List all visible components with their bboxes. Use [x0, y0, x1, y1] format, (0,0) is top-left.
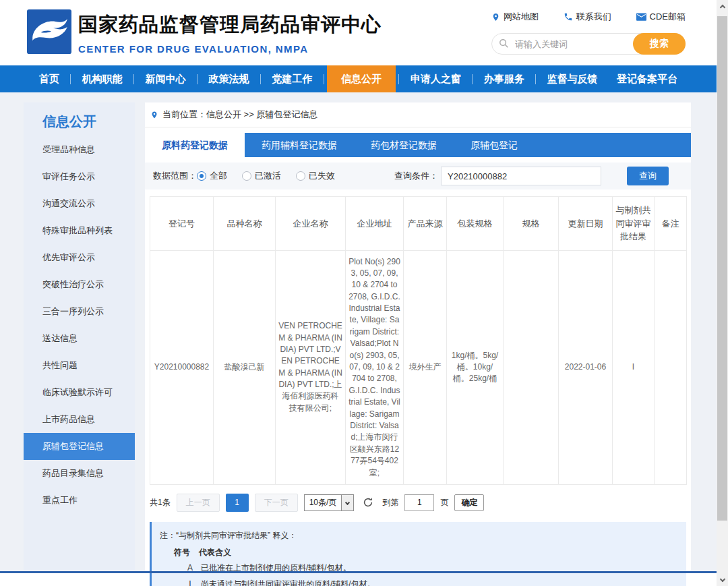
sidebar-item-communication[interactable]: 沟通交流公示	[24, 190, 135, 217]
note-title: 注：“与制剂共同审评审批结果” 释义：	[160, 529, 678, 542]
contact-link[interactable]: 联系我们	[564, 11, 611, 23]
col-variety-name: 品种名称	[214, 197, 276, 251]
phone-icon	[564, 12, 573, 22]
scroll-up-icon[interactable]	[717, 1, 728, 13]
sidebar-item-special-approval[interactable]: 特殊审批品种列表	[24, 217, 135, 244]
note-box: 注：“与制剂共同审评审批结果” 释义： 符号 代表含义 A 已批准在上市制剂使用…	[150, 522, 686, 586]
contact-link-label: 联系我们	[576, 11, 611, 23]
radio-expired[interactable]	[296, 171, 305, 181]
table-header-row: 登记号 品种名称 企业名称 企业地址 产品来源 包装规格 规格 更新日期 与制剂…	[150, 197, 687, 251]
cde-mail-link[interactable]: CDE邮箱	[636, 11, 686, 23]
radio-option-activated: 已激活	[242, 170, 281, 182]
vertical-scrollbar	[717, 0, 728, 586]
sidebar-item-clinical-trial-license[interactable]: 临床试验默示许可	[24, 379, 135, 406]
filter-bar: 数据范围： 全部 已激活 已失效 查询条件： 查询	[145, 163, 691, 189]
header-utilities: 网站地图 联系我们 CDE邮箱 搜索	[491, 11, 686, 55]
nav-separator	[133, 74, 134, 84]
sidebar-menu: 受理品种信息 审评任务公示 沟通交流公示 特殊审批品种列表 优先审评公示 突破性…	[24, 136, 135, 514]
nav-item-supervision[interactable]: 监督与反馈	[539, 65, 606, 92]
sitemap-link[interactable]: 网站地图	[491, 11, 539, 23]
chevron-down-icon	[341, 495, 353, 510]
nav-separator	[472, 74, 473, 84]
sidebar-item-common-issues[interactable]: 共性问题	[24, 352, 135, 379]
footer-divider	[0, 571, 717, 573]
nav-item-applicant[interactable]: 申请人之窗	[402, 65, 469, 92]
nav-item-info-disclosure[interactable]: 信息公开	[327, 65, 396, 92]
nav-item-news[interactable]: 新闻中心	[138, 65, 194, 92]
goto-unit: 页	[440, 497, 448, 508]
nav-item-functions[interactable]: 机构职能	[74, 65, 131, 92]
note-meaning-header: 代表含义	[199, 547, 231, 558]
sidebar-item-breakthrough-therapy[interactable]: 突破性治疗公示	[24, 271, 135, 298]
note-symbol: I	[179, 576, 201, 586]
query-input[interactable]	[441, 167, 601, 185]
nav-item-registration-platform[interactable]: 登记备案平台	[609, 65, 686, 92]
breadcrumb: 当前位置：信息公开 >> 原辅包登记信息	[145, 102, 691, 127]
query-button[interactable]: 查询	[627, 167, 669, 185]
data-tabs: 原料药登记数据 药用辅料登记数据 药包材登记数据 原辅包登记	[145, 133, 691, 157]
cell-variety-name: 盐酸溴己新	[214, 250, 276, 484]
cell-company-name: VEN PETROCHEM & PHARMA (INDIA) PVT LTD.;…	[276, 250, 346, 484]
nav-item-policy[interactable]: 政策法规	[200, 65, 257, 92]
col-remarks: 备注	[655, 197, 687, 251]
cell-joint-review-result: I	[613, 250, 655, 484]
cell-packaging-spec: 1kg/桶。5kg/桶。10kg/桶。25kg/桶	[447, 250, 504, 484]
sidebar-item-drug-catalog[interactable]: 药品目录集信息	[24, 460, 135, 487]
mail-icon	[636, 13, 646, 21]
query-label: 查询条件：	[394, 170, 438, 182]
col-company-name: 企业名称	[276, 197, 346, 251]
tab-packaging-registration[interactable]: 药包材登记数据	[354, 133, 454, 157]
nav-separator	[260, 74, 261, 84]
cell-update-date: 2022-01-06	[559, 250, 613, 484]
sidebar-item-accepted-varieties[interactable]: 受理品种信息	[24, 136, 135, 163]
tab-api-registration[interactable]: 原料药登记数据	[145, 133, 245, 157]
nav-item-services[interactable]: 办事服务	[476, 65, 533, 92]
cell-registration-no: Y20210000882	[150, 250, 214, 484]
site-header: 国家药品监督管理局药品审评中心 CENTER FOR DRUG EVALUATI…	[0, 0, 717, 65]
sidebar-item-marketed-drugs[interactable]: 上市药品信息	[24, 406, 135, 433]
sidebar-item-delivery-info[interactable]: 送达信息	[24, 325, 135, 352]
col-joint-review-result: 与制剂共同审评审批结果	[613, 197, 655, 251]
confirm-button[interactable]: 确定	[454, 494, 484, 511]
site-title-block: 国家药品监督管理局药品审评中心 CENTER FOR DRUG EVALUATI…	[78, 11, 382, 55]
radio-all-label: 全部	[210, 170, 227, 182]
tab-excipient-registration[interactable]: 药用辅料登记数据	[245, 133, 354, 157]
sidebar-item-raw-material-registration[interactable]: 原辅包登记信息	[24, 433, 135, 460]
top-links: 网站地图 联系我们 CDE邮箱	[491, 11, 686, 23]
sidebar: 信息公开 受理品种信息 审评任务公示 沟通交流公示 特殊审批品种列表 优先审评公…	[24, 102, 135, 570]
scroll-down-icon[interactable]	[717, 573, 728, 585]
cde-logo	[27, 9, 71, 54]
site-search: 搜索	[491, 33, 686, 55]
radio-all[interactable]	[197, 171, 206, 181]
next-page-button[interactable]: 下一页	[255, 494, 298, 512]
col-update-date: 更新日期	[559, 197, 613, 251]
sidebar-item-review-tasks[interactable]: 审评任务公示	[24, 163, 135, 190]
current-page-button[interactable]: 1	[226, 494, 249, 512]
page: 国家药品监督管理局药品审评中心 CENTER FOR DRUG EVALUATI…	[0, 0, 728, 586]
cell-product-source: 境外生产	[404, 250, 447, 484]
search-button[interactable]: 搜索	[633, 33, 686, 55]
note-meaning: 已批准在上市制剂使用的原料/辅料/包材。	[201, 560, 351, 576]
page-size-select[interactable]: 10条/页	[304, 494, 355, 511]
col-company-address: 企业地址	[346, 197, 404, 251]
scope-label: 数据范围：	[153, 170, 197, 182]
nav-separator	[535, 74, 536, 84]
prev-page-button[interactable]: 上一页	[177, 494, 220, 512]
sidebar-item-three-in-one[interactable]: 三合一序列公示	[24, 298, 135, 325]
scrollbar-thumb[interactable]	[717, 16, 727, 521]
nav-item-home[interactable]: 首页	[31, 65, 67, 92]
nav-separator	[324, 74, 324, 84]
sidebar-item-priority-review[interactable]: 优先审评公示	[24, 244, 135, 271]
tab-raw-aux-pack[interactable]: 原辅包登记	[454, 133, 535, 157]
search-icon	[499, 38, 509, 51]
pagination: 共1条 上一页 1 下一页 10条/页 到第 页 确定	[150, 494, 686, 512]
radio-activated[interactable]	[242, 171, 251, 181]
goto-page-input[interactable]	[404, 494, 434, 511]
radio-option-expired: 已失效	[296, 170, 335, 182]
col-registration-no: 登记号	[150, 197, 214, 251]
refresh-icon[interactable]	[363, 497, 373, 508]
cell-company-address: Plot No(s) 2903, 05, 07, 09, 10 & 2704 t…	[346, 250, 404, 484]
sidebar-item-key-work[interactable]: 重点工作	[24, 487, 135, 514]
nav-item-party[interactable]: 党建工作	[264, 65, 320, 92]
cde-mail-link-label: CDE邮箱	[650, 11, 686, 23]
